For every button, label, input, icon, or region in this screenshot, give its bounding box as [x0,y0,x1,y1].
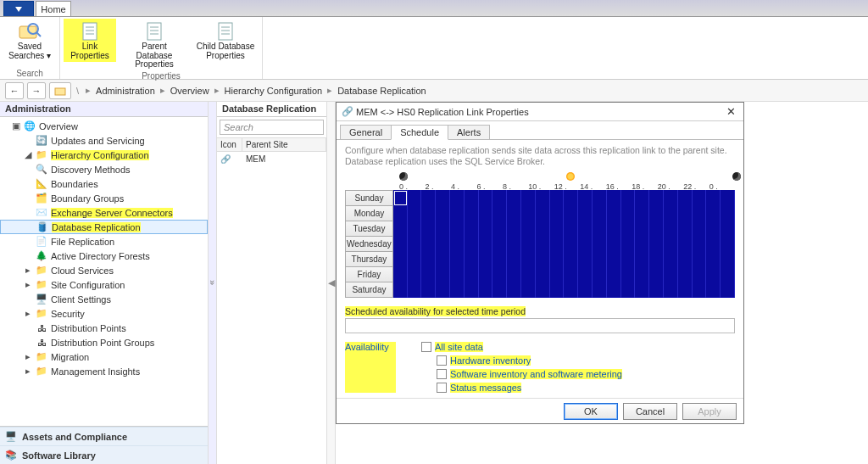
tree-migration[interactable]: ▸📁Migration [0,349,208,364]
schedule-cell[interactable] [593,266,607,282]
schedule-cell[interactable] [479,205,493,221]
schedule-cell[interactable] [450,205,465,221]
schedule-cell[interactable] [408,266,422,282]
schedule-cell[interactable] [536,221,550,237]
schedule-cell[interactable] [465,205,479,221]
forward-button[interactable]: → [27,82,46,99]
schedule-cell[interactable] [479,266,493,282]
schedule-cell[interactable] [492,266,507,282]
schedule-cell[interactable] [408,282,422,298]
schedule-cell[interactable] [593,190,607,206]
tree-dist-point-groups[interactable]: 🖧Distribution Point Groups [0,335,208,349]
schedule-cell[interactable] [507,236,521,252]
back-button[interactable]: ← [5,82,24,99]
apply-button[interactable]: Apply [682,403,737,420]
schedule-cell[interactable] [450,221,465,237]
search-input[interactable]: Search [220,120,324,135]
schedule-cell[interactable] [564,190,578,206]
schedule-cell[interactable] [578,221,593,237]
schedule-cell[interactable] [693,190,707,206]
schedule-cell[interactable] [393,221,408,237]
schedule-cell[interactable] [421,266,436,282]
schedule-cell[interactable] [393,190,408,206]
schedule-cell[interactable] [479,221,493,237]
schedule-cell[interactable] [436,251,450,267]
schedule-cell[interactable] [678,282,693,298]
tab-general[interactable]: General [340,125,392,140]
schedule-cell[interactable] [492,236,507,252]
schedule-cell[interactable] [664,190,678,206]
schedule-cell[interactable] [635,205,649,221]
schedule-cell[interactable] [536,282,550,298]
schedule-cell[interactable] [465,190,479,206]
schedule-cell[interactable] [593,282,607,298]
schedule-cell[interactable] [693,251,707,267]
tree-db-replication[interactable]: 🛢️Database Replication [0,220,208,234]
tree-cloud[interactable]: ▸📁Cloud Services [0,263,208,277]
schedule-cell[interactable] [607,205,621,221]
schedule-cell[interactable] [421,251,436,267]
schedule-cell[interactable] [393,236,408,252]
schedule-cell[interactable] [564,236,578,252]
schedule-row[interactable]: Wednesday [345,237,735,252]
schedule-cell[interactable] [408,190,422,206]
schedule-cell[interactable] [706,190,721,206]
schedule-cell[interactable] [436,266,450,282]
saved-searches-button[interactable]: Saved Searches ▾ [3,19,56,62]
schedule-cell[interactable] [479,251,493,267]
schedule-cell[interactable] [664,236,678,252]
schedule-cell[interactable] [721,190,735,206]
schedule-cell[interactable] [721,251,735,267]
schedule-cell[interactable] [436,205,450,221]
schedule-cell[interactable] [536,251,550,267]
col-parent-site[interactable]: Parent Site [242,138,326,151]
schedule-cell[interactable] [607,282,621,298]
opt-hw-inventory[interactable]: Hardware inventory [437,355,622,366]
schedule-cell[interactable] [721,266,735,282]
schedule-cell[interactable] [564,282,578,298]
schedule-cell[interactable] [693,221,707,237]
schedule-cell[interactable] [564,251,578,267]
schedule-cell[interactable] [479,190,493,206]
schedule-cell[interactable] [593,236,607,252]
schedule-cell[interactable] [421,205,436,221]
schedule-cell[interactable] [706,266,721,282]
schedule-cell[interactable] [664,266,678,282]
schedule-cell[interactable] [521,236,536,252]
schedule-row[interactable]: Sunday [345,191,735,206]
schedule-cell[interactable] [693,282,707,298]
schedule-cell[interactable] [578,266,593,282]
schedule-cell[interactable] [521,190,536,206]
schedule-cell[interactable] [436,236,450,252]
schedule-cell[interactable] [393,266,408,282]
schedule-cell[interactable] [408,236,422,252]
schedule-cell[interactable] [693,236,707,252]
schedule-cell[interactable] [465,266,479,282]
mid-collapse-chevron[interactable]: ◀ [327,102,336,464]
schedule-cell[interactable] [450,251,465,267]
breadcrumb-0[interactable]: Administration [96,86,155,96]
close-button[interactable]: ✕ [723,105,738,119]
schedule-cell[interactable] [421,236,436,252]
tree-exchange[interactable]: ✉️Exchange Server Connectors [0,205,208,220]
tree-mgmt-insights[interactable]: ▸📁Management Insights [0,364,208,378]
schedule-cell[interactable] [492,282,507,298]
schedule-row[interactable]: Monday [345,206,735,221]
schedule-cell[interactable] [721,205,735,221]
breadcrumb-3[interactable]: Database Replication [337,86,426,96]
wunderbar-assets[interactable]: 🖥️Assets and Compliance [0,427,208,445]
schedule-cell[interactable] [635,236,649,252]
schedule-cell[interactable] [492,190,507,206]
schedule-cell[interactable] [521,251,536,267]
schedule-cell[interactable] [550,282,565,298]
tab-schedule[interactable]: Schedule [391,125,448,140]
schedule-cell[interactable] [550,251,565,267]
schedule-cell[interactable] [721,282,735,298]
schedule-row[interactable]: Tuesday [345,221,735,237]
schedule-cell[interactable] [593,205,607,221]
tree-site-config[interactable]: ▸📁Site Configuration [0,277,208,292]
tree-dist-points[interactable]: 🖧Distribution Points [0,321,208,335]
schedule-cell[interactable] [621,282,636,298]
schedule-cell[interactable] [706,221,721,237]
schedule-cell[interactable] [706,205,721,221]
